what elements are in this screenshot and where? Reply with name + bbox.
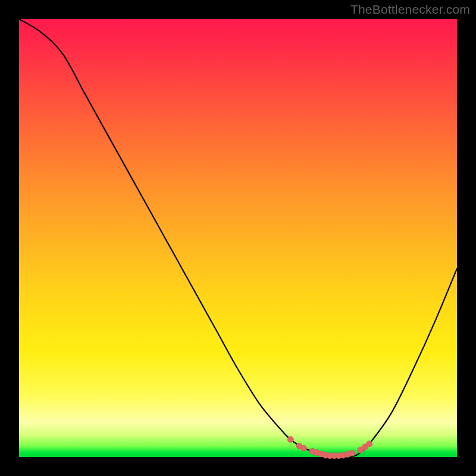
bottleneck-curve	[19, 19, 457, 458]
trough-marker	[287, 436, 293, 442]
trough-marker	[349, 450, 355, 456]
chart-frame: TheBottlenecker.com	[0, 0, 476, 476]
plot-area	[19, 19, 457, 457]
trough-marker	[367, 441, 372, 447]
chart-svg	[19, 19, 457, 457]
watermark-text: TheBottlenecker.com	[350, 2, 470, 17]
trough-markers	[287, 436, 372, 459]
trough-marker	[300, 445, 306, 451]
